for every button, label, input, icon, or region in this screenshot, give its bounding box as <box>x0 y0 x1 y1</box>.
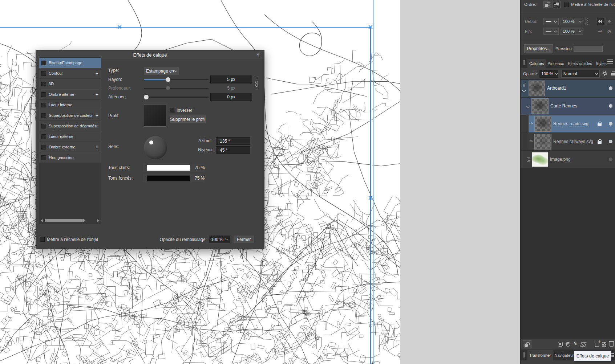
list-scrollbar[interactable] <box>40 218 101 223</box>
fin-percent-dropdown[interactable]: 100 % <box>561 28 583 35</box>
add-layer-icon[interactable] <box>595 342 599 347</box>
effect-item-lueur-interne[interactable]: Lueur interne <box>39 100 101 110</box>
tab-transformer[interactable]: Transformer <box>527 350 553 360</box>
live-filter-icon[interactable] <box>580 342 587 347</box>
delete-layer-icon[interactable] <box>610 342 614 347</box>
visibility-dot[interactable] <box>609 158 612 161</box>
scroll-left-icon[interactable] <box>41 219 43 222</box>
tab-calques[interactable]: Calques <box>527 59 546 68</box>
lock-icon[interactable] <box>598 139 602 144</box>
rayon-slider-knob[interactable] <box>166 77 170 82</box>
lock-icon[interactable] <box>598 122 602 126</box>
pressure-end-button[interactable] <box>605 18 613 25</box>
layer-name[interactable]: Rennes roads.svg <box>553 121 588 126</box>
layer-row-rennes-railways[interactable]: </> Rennes railways.svg <box>521 133 615 150</box>
layer-row-carte-rennes[interactable]: Carte Rennes <box>521 98 615 115</box>
visibility-dot[interactable] <box>609 122 612 126</box>
panel-grip[interactable] <box>523 60 525 65</box>
order-front-button[interactable] <box>553 1 561 8</box>
supprimer-profil-button[interactable]: Supprimer le profil <box>170 115 206 123</box>
attenuer-slider-knob[interactable] <box>144 95 149 99</box>
effect-item-superposition-couleur[interactable]: Superposition de couleur+ <box>39 110 101 120</box>
visibility-dot[interactable] <box>609 86 612 90</box>
layer-row-artboard1[interactable]: # Artboard1 <box>521 80 615 97</box>
lock-icon[interactable] <box>611 71 615 75</box>
mask-icon[interactable] <box>558 342 563 347</box>
fermer-button[interactable]: Fermer <box>234 236 254 243</box>
inverser-checkbox[interactable] <box>170 108 174 113</box>
debut-percent-dropdown[interactable]: 100 % <box>561 18 583 25</box>
attenuer-slider[interactable] <box>144 97 209 98</box>
niveau-input[interactable]: 45 ° <box>216 146 250 154</box>
bottom-grip[interactable] <box>523 352 525 357</box>
tab-navigateur[interactable]: Navigateur <box>553 350 576 360</box>
adjustment-icon[interactable] <box>566 342 570 347</box>
effect-checkbox[interactable] <box>41 71 46 76</box>
rayon-slider[interactable] <box>144 79 209 80</box>
effect-item-lueur-externe[interactable]: Lueur externe <box>39 131 101 142</box>
selection-handle-right[interactable] <box>368 196 372 200</box>
dialog-close-button[interactable]: × <box>255 51 261 58</box>
layer-name[interactable]: Image.png <box>550 157 571 162</box>
expand-chevron-icon[interactable] <box>522 89 526 93</box>
effect-item-superposition-degrades[interactable]: Superposition de dégradés+ <box>39 121 101 131</box>
effect-item-contour[interactable]: Contour+ <box>39 68 101 78</box>
loop-button[interactable]: ↩ <box>596 28 604 35</box>
pression-input[interactable] <box>574 46 603 52</box>
selection-handle-corner[interactable] <box>368 25 372 29</box>
duplicate-button[interactable] <box>523 340 531 348</box>
effect-checkbox[interactable] <box>41 145 46 150</box>
transparency-icon[interactable] <box>602 342 606 347</box>
opacity-dropdown[interactable]: 100 % <box>539 70 558 78</box>
profil-curve-box[interactable] <box>144 104 166 127</box>
fill-opacity-dropdown[interactable]: 100 % <box>209 236 230 243</box>
tons-fonces-swatch[interactable] <box>147 175 190 181</box>
direction-sphere[interactable] <box>144 136 167 159</box>
effect-checkbox[interactable] <box>41 61 46 65</box>
effect-checkbox[interactable] <box>41 92 46 97</box>
effect-item-flou-gaussien[interactable]: Flou gaussien <box>39 152 101 163</box>
type-dropdown[interactable]: Estampage creux <box>144 67 179 75</box>
effect-checkbox[interactable] <box>41 155 46 160</box>
layer-thumbnail[interactable] <box>534 134 551 150</box>
effect-checkbox[interactable] <box>41 134 46 139</box>
direction-dot[interactable] <box>149 140 153 144</box>
order-back-button[interactable] <box>543 1 551 8</box>
tons-clairs-swatch[interactable] <box>147 165 190 171</box>
reset-rotation-button[interactable]: ⊗ <box>605 28 613 35</box>
selection-handle-top[interactable] <box>117 25 121 29</box>
fin-line-dropdown[interactable] <box>543 28 559 35</box>
layer-name[interactable]: Artboard1 <box>547 86 566 91</box>
layer-effects-icon[interactable]: fx <box>574 341 577 346</box>
layer-thumbnail[interactable] <box>532 152 548 167</box>
layer-row-rennes-roads[interactable]: </> Rennes roads.svg <box>521 115 615 132</box>
layer-thumbnail[interactable] <box>531 98 549 114</box>
effect-item-ombre-externe[interactable]: Ombre externe+ <box>39 142 101 152</box>
scale-object-checkbox[interactable] <box>40 237 45 242</box>
attenuer-value-box[interactable]: 0 px <box>210 93 252 101</box>
azimut-input[interactable]: 135 ° <box>216 137 250 145</box>
debut-line-dropdown[interactable] <box>543 18 559 25</box>
link-pressure-icon[interactable] <box>585 18 589 25</box>
effect-checkbox[interactable] <box>41 113 46 118</box>
pressure-start-button[interactable] <box>596 18 604 25</box>
proprietes-button[interactable]: Propriétés... <box>524 44 553 53</box>
effect-checkbox[interactable] <box>41 82 46 86</box>
effect-checkbox[interactable] <box>41 103 46 107</box>
layer-thumbnail[interactable] <box>529 81 545 96</box>
scroll-thumb[interactable] <box>45 219 85 222</box>
gear-icon[interactable] <box>603 71 607 76</box>
effect-item-biseau[interactable]: Biseau/Estampage <box>39 58 101 68</box>
tab-pinceaux[interactable]: Pinceaux <box>546 59 566 68</box>
effect-item-3d[interactable]: 3D <box>39 79 101 89</box>
link-radius-depth-icon[interactable] <box>253 77 258 91</box>
panel-scale-checkbox[interactable] <box>564 3 569 7</box>
scroll-right-icon[interactable] <box>97 219 100 222</box>
layer-name[interactable]: Rennes railways.svg <box>553 139 593 144</box>
layer-thumbnail[interactable] <box>534 116 551 132</box>
layer-row-image-png[interactable]: Image.png <box>521 151 615 168</box>
visibility-dot[interactable] <box>609 140 612 143</box>
tab-effets-rapides[interactable]: Effets rapides <box>566 59 594 68</box>
visibility-dot[interactable] <box>609 104 612 108</box>
tab-styles[interactable]: Styles <box>594 59 608 68</box>
